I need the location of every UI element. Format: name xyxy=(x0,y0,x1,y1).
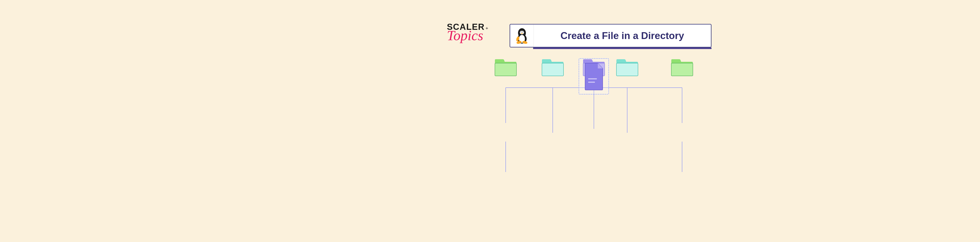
tux-linux-icon xyxy=(510,24,534,47)
directory-tree-diagram xyxy=(486,58,702,215)
svg-rect-28 xyxy=(671,63,693,76)
svg-point-7 xyxy=(522,32,523,32)
file-icon xyxy=(583,62,605,91)
title-underline xyxy=(533,48,711,49)
folder-cyan-icon xyxy=(616,58,639,77)
title-bar: Create a File in a Directory xyxy=(510,24,711,48)
folder-cyan-icon xyxy=(541,58,565,77)
svg-rect-25 xyxy=(616,63,638,76)
svg-rect-22 xyxy=(542,63,563,76)
logo-text-topics: Topics xyxy=(447,30,488,40)
plus-icon: + xyxy=(485,25,488,31)
svg-rect-27 xyxy=(495,63,517,76)
new-file-highlight-box xyxy=(579,58,609,94)
folder-green-icon xyxy=(670,58,694,77)
scaler-topics-logo: SCALER+ Topics xyxy=(447,22,488,40)
page-title: Create a File in a Directory xyxy=(534,30,711,41)
folder-green-icon xyxy=(494,58,517,77)
svg-point-6 xyxy=(521,32,522,32)
